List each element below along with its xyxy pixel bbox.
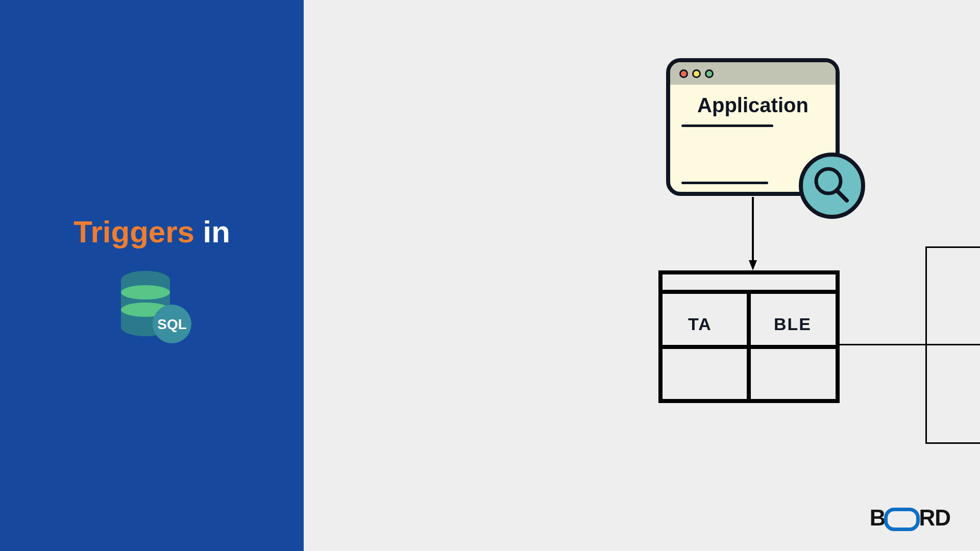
title-word-1: Triggers [74, 215, 194, 249]
infinity-icon [884, 508, 920, 531]
brand-letters-rd: RD [919, 505, 950, 531]
application-label: Application [666, 94, 840, 117]
sql-badge-text: SQL [157, 316, 187, 332]
window-minimize-icon [692, 69, 701, 78]
table-cell-right: BLE [774, 314, 812, 334]
diagram-root: Triggers in SQL Application [0, 0, 980, 551]
connector-line [925, 344, 980, 345]
table-cell-left: TA [688, 314, 712, 334]
window-close-icon [679, 69, 688, 78]
table-icon: TA BLE [658, 270, 840, 403]
brand-logo: B RD [870, 505, 950, 531]
title-word-2: in [203, 215, 230, 249]
window-line [681, 182, 768, 184]
arrow-app-to-table [748, 197, 758, 271]
magnifier-icon [803, 157, 861, 215]
left-panel: Triggers in SQL [0, 0, 304, 551]
brand-letter-b: B [870, 505, 886, 531]
window-line [681, 124, 773, 127]
connector-line [840, 344, 926, 345]
table-line [747, 290, 751, 399]
svg-point-3 [121, 285, 170, 299]
window-titlebar [670, 62, 836, 85]
connector-line [925, 246, 980, 248]
connector-line [925, 442, 980, 444]
application-window: Application [666, 58, 840, 196]
svg-marker-9 [749, 260, 757, 270]
svg-line-7 [837, 190, 847, 201]
page-title: Triggers in [0, 215, 304, 249]
search-circle [799, 153, 865, 219]
window-maximize-icon [705, 69, 714, 78]
sql-database-icon: SQL [115, 268, 197, 349]
right-panel: Application TA BLE [304, 0, 980, 551]
